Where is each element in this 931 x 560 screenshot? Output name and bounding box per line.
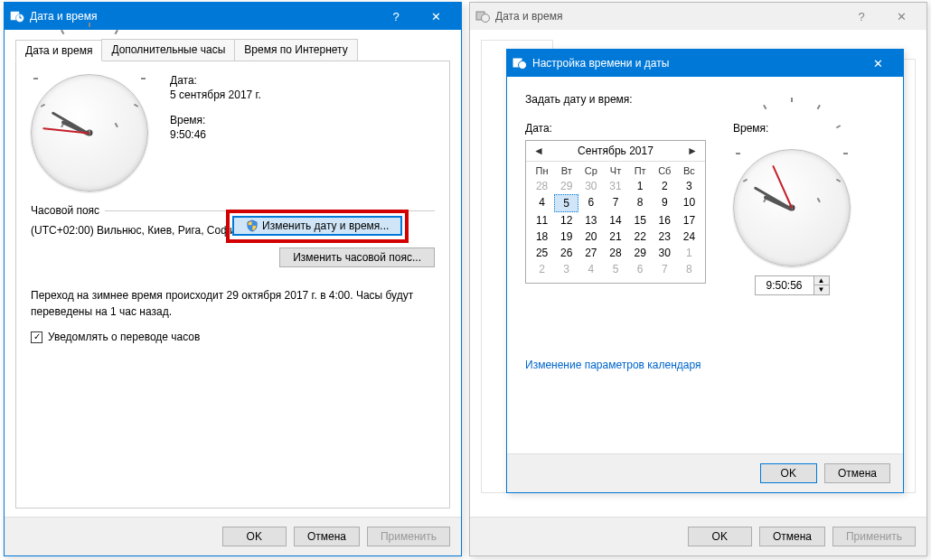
calendar-day[interactable]: 24 [677, 229, 701, 245]
ok-button-1[interactable]: OK [222, 527, 287, 546]
calendar-day[interactable]: 12 [554, 212, 578, 229]
set-datetime-label: Задать дату и время: [525, 93, 885, 106]
clock-calendar-icon [10, 9, 24, 23]
dialog-analog-clock [733, 149, 851, 266]
day-header: Чт [603, 163, 627, 178]
prev-month-button[interactable]: ◄ [531, 145, 546, 157]
titlebar-2: Дата и время ? ✕ [470, 3, 926, 30]
day-header: Сб [653, 163, 677, 178]
calendar-day[interactable]: 8 [628, 194, 653, 212]
dialog-content: Задать дату и время: Дата: ◄ Сентябрь 20… [507, 77, 903, 453]
calendar-day[interactable]: 7 [653, 261, 677, 277]
calendar-day[interactable]: 18 [530, 229, 554, 245]
calendar-day[interactable]: 8 [677, 261, 701, 277]
calendar-day[interactable]: 1 [628, 178, 653, 194]
dialog-titlebar: Настройка времени и даты ✕ [507, 50, 903, 77]
calendar-day[interactable]: 2 [530, 261, 554, 277]
day-header: Ср [578, 163, 603, 178]
calendar-day[interactable]: 16 [653, 212, 677, 229]
tab-internet-time[interactable]: Время по Интернету [234, 39, 357, 61]
calendar-day[interactable]: 9 [653, 194, 677, 212]
calendar: ◄ Сентябрь 2017 ► ПнВтСрЧтПтСбВс28293031… [525, 140, 706, 284]
calendar-day[interactable]: 20 [578, 229, 603, 245]
dialog-cancel-button[interactable]: Отмена [824, 463, 890, 483]
help-button-2[interactable]: ? [842, 3, 881, 30]
calendar-day[interactable]: 3 [554, 261, 578, 277]
calendar-day[interactable]: 28 [603, 245, 627, 261]
cancel-button-2[interactable]: Отмена [759, 527, 825, 546]
calendar-day[interactable]: 3 [677, 178, 701, 194]
title-text-2: Дата и время [495, 10, 842, 23]
dialog-set-datetime: Настройка времени и даты ✕ Задать дату и… [506, 49, 904, 493]
apply-button-2[interactable]: Применить [832, 527, 916, 546]
calendar-day[interactable]: 10 [677, 194, 701, 212]
time-value: 9:50:46 [170, 128, 261, 141]
calendar-settings-link[interactable]: Изменение параметров календаря [525, 359, 701, 371]
change-datetime-button[interactable]: Изменить дату и время... [233, 217, 401, 235]
calendar-day[interactable]: 2 [653, 178, 677, 194]
dialog-ok-button[interactable]: OK [760, 463, 817, 483]
calendar-day[interactable]: 11 [530, 212, 554, 229]
calendar-day[interactable]: 6 [578, 194, 603, 212]
notify-checkbox[interactable]: ✓ [31, 331, 42, 343]
cancel-button-1[interactable]: Отмена [294, 527, 360, 546]
calendar-day[interactable]: 28 [530, 178, 554, 194]
help-button[interactable]: ? [376, 3, 416, 30]
month-year-label[interactable]: Сентябрь 2017 [578, 145, 654, 157]
calendar-day[interactable]: 30 [578, 178, 603, 194]
tab-date-time[interactable]: Дата и время [15, 40, 102, 61]
dialog-close-button[interactable]: ✕ [858, 50, 898, 77]
calendar-day[interactable]: 17 [677, 212, 701, 229]
next-month-button[interactable]: ► [685, 145, 700, 157]
calendar-day[interactable]: 27 [578, 245, 603, 261]
calendar-day[interactable]: 1 [677, 245, 701, 261]
bottom-button-bar-2: OK Отмена Применить [470, 517, 926, 555]
calendar-day[interactable]: 4 [530, 194, 554, 212]
day-header: Вт [554, 163, 578, 178]
time-spinner[interactable]: ▲ ▼ [755, 275, 830, 295]
calendar-day[interactable]: 29 [554, 178, 578, 194]
calendar-day[interactable]: 26 [554, 245, 578, 261]
calendar-day[interactable]: 15 [628, 212, 653, 229]
calendar-day[interactable]: 25 [530, 245, 554, 261]
ok-button-2[interactable]: OK [688, 527, 752, 546]
time-input-field[interactable] [756, 276, 813, 294]
dst-text: Переход на зимнее время происходит 29 ок… [31, 287, 435, 320]
calendar-day[interactable]: 14 [603, 212, 627, 229]
tab-additional-clocks[interactable]: Дополнительные часы [101, 39, 235, 61]
calendar-day[interactable]: 21 [603, 229, 627, 245]
calendar-day[interactable]: 5 [554, 194, 578, 212]
analog-clock [31, 74, 148, 191]
clock-calendar-icon [475, 9, 490, 23]
dialog-title: Настройка времени и даты [532, 57, 858, 70]
dialog-button-bar: OK Отмена [507, 453, 903, 492]
day-header: Пн [530, 163, 554, 178]
spin-up-button[interactable]: ▲ [814, 276, 829, 285]
titlebar-1: Дата и время ? ✕ [5, 3, 461, 30]
calendar-day[interactable]: 4 [578, 261, 603, 277]
calendar-day[interactable]: 31 [603, 178, 627, 194]
close-button-2[interactable]: ✕ [881, 3, 921, 30]
calendar-day[interactable]: 5 [603, 261, 627, 277]
date-label: Дата: [170, 74, 261, 87]
highlight-box: Изменить дату и время... [226, 210, 409, 243]
calendar-day[interactable]: 30 [653, 245, 677, 261]
notify-label: Уведомлять о переводе часов [48, 331, 200, 343]
calendar-day[interactable]: 23 [653, 229, 677, 245]
tz-group-label: Часовой пояс [31, 204, 99, 217]
calendar-day[interactable]: 6 [628, 261, 653, 277]
spin-down-button[interactable]: ▼ [814, 285, 829, 294]
title-text-1: Дата и время [30, 10, 376, 23]
calendar-day[interactable]: 22 [628, 229, 653, 245]
day-header: Вс [677, 163, 701, 178]
content-1: Дата и время Дополнительные часы Время п… [5, 30, 461, 517]
tab-strip: Дата и время Дополнительные часы Время п… [15, 39, 450, 61]
time-label: Время: [170, 114, 261, 126]
calendar-day[interactable]: 29 [628, 245, 653, 261]
apply-button-1[interactable]: Применить [367, 527, 450, 546]
calendar-day[interactable]: 19 [554, 229, 578, 245]
calendar-day[interactable]: 13 [578, 212, 603, 229]
change-timezone-button[interactable]: Изменить часовой пояс... [279, 247, 435, 267]
calendar-day[interactable]: 7 [603, 194, 627, 212]
close-button[interactable]: ✕ [416, 3, 456, 30]
